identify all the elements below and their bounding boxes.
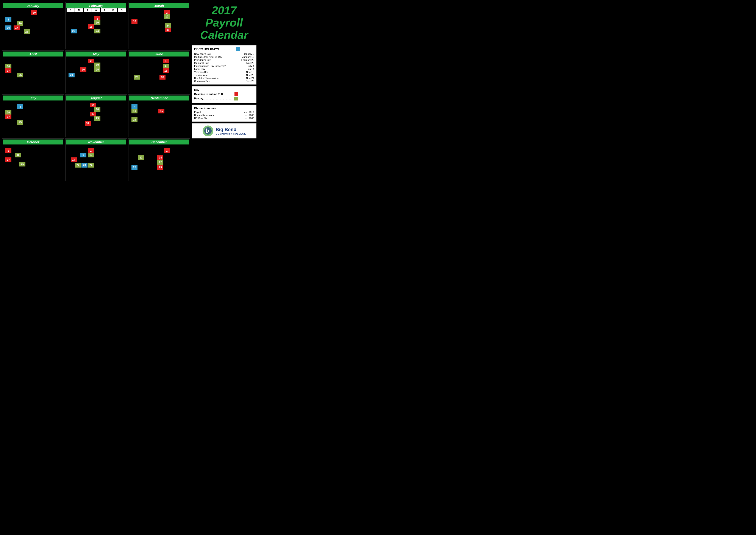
day-29-may: 29: [68, 73, 74, 77]
day-25-may: 25: [94, 67, 100, 72]
key-payday-color: [234, 97, 238, 100]
key-tlr-row: Deadline to submit TLR . . . . . . .: [194, 92, 254, 96]
holidays-box: BBCC HOLIDAYS. . . . . . . . . . New Yea…: [192, 45, 256, 85]
holiday-date: Dec. 25: [246, 80, 254, 82]
holiday-name: Martin Luther King, Jr. Day: [194, 56, 222, 58]
day-25-september: 25: [131, 117, 138, 122]
month-body-october: 2101725: [3, 145, 63, 177]
phone-label: HR-Benefits: [194, 117, 207, 120]
day-17-january: 17: [14, 25, 20, 30]
day-15-september: 15: [158, 109, 164, 113]
day-16-march: 16: [131, 19, 138, 24]
phone-label: Payroll: [194, 111, 202, 113]
day-25-july: 25: [17, 120, 23, 125]
month-november: November191014222324: [65, 138, 127, 181]
feb-day-M: M: [75, 8, 83, 13]
key-payday-row: Payday. . . . . . . . . . . . . . . . . …: [194, 97, 254, 100]
month-header-may: May: [67, 51, 126, 56]
holiday-row: ThanksgivingNov. 23: [194, 73, 254, 76]
feb-day-F: F: [109, 8, 118, 13]
feb-day-S: S: [67, 8, 75, 13]
month-march: March210162431: [128, 2, 190, 49]
feb-day-S: S: [118, 8, 126, 13]
day-9-november: 9: [80, 153, 86, 157]
day-14-november: 14: [71, 157, 77, 162]
title-year: 2017: [192, 4, 256, 16]
holiday-row: Labor DaySept. 4: [194, 68, 254, 70]
day-17-august: 17: [90, 112, 96, 116]
phone-title: Phone Numbers:: [194, 106, 254, 110]
day-30-january: 30: [31, 10, 37, 15]
day-1-november: 1: [88, 148, 94, 153]
month-header-july: July: [3, 96, 63, 100]
key-box: Key Deadline to submit TLR . . . . . . .…: [192, 86, 256, 103]
holiday-name: Day After Thanksgiving: [194, 77, 219, 79]
day-1-december: 1: [164, 148, 170, 153]
month-header-march: March: [129, 3, 189, 8]
phone-label: Human Resources: [194, 114, 214, 116]
title-line2: Calendar: [192, 29, 256, 41]
holiday-name: Veterans Day: [194, 71, 208, 73]
month-body-july: 4101725: [3, 100, 63, 133]
holiday-row: Day After ThanksgivingNov. 24: [194, 76, 254, 80]
holiday-date: Sept. 4: [247, 68, 254, 70]
holiday-name: Labor Day: [194, 68, 205, 70]
day-25-january: 25: [24, 29, 30, 34]
phone-row: Human Resourcesext.2008: [194, 114, 254, 117]
holiday-row: Memorial DayMay 29: [194, 62, 254, 65]
holiday-date: July 4: [248, 65, 254, 67]
month-body-december: 11114222529: [129, 145, 189, 177]
month-body-april: 101725: [3, 56, 63, 89]
month-february: FebruarySMTWTFS210152024: [65, 2, 127, 49]
feb-day-T: T: [83, 8, 92, 13]
day-10-october: 10: [15, 153, 21, 157]
holiday-date: February 20: [241, 59, 254, 61]
logo-box: b Big Bend COMMUNITY COLLEGE: [192, 123, 256, 138]
holiday-name: President's Day: [194, 59, 211, 61]
day-1-june: 1: [163, 59, 169, 63]
day-17-april: 17: [5, 69, 12, 73]
month-header-january: January: [3, 3, 63, 8]
svg-text:b: b: [205, 127, 209, 134]
month-header-april: April: [3, 51, 63, 56]
day-17-october: 17: [5, 157, 12, 162]
day-10-august: 10: [94, 107, 100, 112]
month-april: April101725: [2, 50, 64, 93]
month-september: September4111525: [128, 95, 190, 137]
key-tlr-label: Deadline to submit TLR . . . . . . .: [194, 93, 233, 96]
month-body-march: 210162431: [129, 8, 189, 41]
month-body-february: 210152024: [67, 13, 126, 45]
month-august: August210172531: [65, 95, 127, 137]
bbcc-logo-icon: b: [202, 125, 214, 136]
holiday-row: Martin Luther King, Jr. DayJanuary 16: [194, 55, 254, 58]
day-2-may: 2: [88, 59, 94, 63]
month-body-november: 191014222324: [67, 145, 126, 177]
day-31-march: 31: [165, 28, 171, 32]
key-payday-label: Payday. . . . . . . . . . . . . . . . . …: [194, 97, 232, 100]
month-header-september: September: [129, 96, 189, 100]
day-29-december: 29: [157, 165, 163, 170]
holiday-name: Christmas Day: [194, 80, 210, 82]
day-30-june: 30: [159, 75, 166, 80]
phone-value: ext.2008: [245, 114, 254, 116]
holiday-row: New Year's DayJanuary 2: [194, 52, 254, 55]
day-10-january: 10: [17, 21, 23, 26]
day-4-july: 4: [17, 104, 23, 109]
month-june: June19162630: [128, 50, 190, 93]
holidays-list: New Year's DayJanuary 2Martin Luther Kin…: [194, 52, 254, 83]
key-tlr-color: [234, 92, 238, 96]
holiday-row: Veterans DayNov. 10: [194, 70, 254, 73]
month-january: January30210161725: [2, 2, 64, 49]
day-10-july: 10: [5, 110, 12, 115]
day-2-october: 2: [5, 148, 12, 153]
title-line1: Payroll: [192, 16, 256, 29]
month-body-june: 19162630: [129, 56, 189, 89]
day-24-november: 24: [88, 163, 94, 168]
feb-day-header: SMTWTFS: [67, 8, 126, 13]
day-22-december: 22: [157, 160, 163, 165]
day-25-december: 25: [131, 165, 138, 170]
page-title: 2017 Payroll Calendar: [192, 2, 256, 43]
month-body-january: 30210161725: [3, 8, 63, 41]
day-23-november: 23: [81, 163, 88, 168]
day-31-august: 31: [85, 121, 91, 126]
